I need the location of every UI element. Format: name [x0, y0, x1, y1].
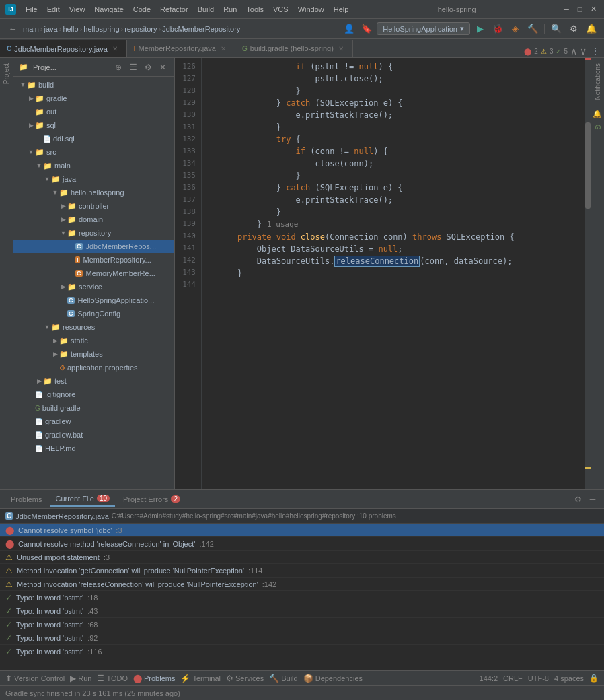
settings-button[interactable]: ⚙: [566, 22, 581, 36]
breadcrumb-repository[interactable]: repository: [124, 25, 157, 33]
user-icon[interactable]: 👤: [342, 22, 356, 36]
tree-item-gradle[interactable]: ▶ 📁 gradle: [13, 92, 174, 105]
problem-item-3[interactable]: ⚠ Method invocation 'getConnection' will…: [0, 564, 604, 578]
tree-item-gradlew[interactable]: 📄 gradlew: [13, 415, 174, 428]
code-content[interactable]: if (pstmt != null) { pstmt.close(); } } …: [213, 58, 585, 489]
tree-item-controller[interactable]: ▶ 📁 controller: [13, 199, 174, 213]
tree-item-member-repo[interactable]: I MemberRepository...: [13, 253, 174, 267]
menu-vcs[interactable]: VCS: [269, 4, 293, 15]
window-controls[interactable]: ─ □ ✕: [561, 4, 599, 15]
maximize-button[interactable]: □: [574, 4, 585, 15]
problems-minimize-button[interactable]: ─: [587, 493, 599, 505]
tree-item-out[interactable]: 📁 out: [13, 105, 174, 118]
tab-project-errors[interactable]: Project Errors 2: [118, 493, 186, 506]
tree-item-spring-config[interactable]: C SpringConfig: [13, 307, 174, 320]
scrollbar-thumb[interactable]: [585, 123, 591, 209]
menu-edit[interactable]: Edit: [43, 4, 64, 15]
tree-item-build-gradle[interactable]: G build.gradle: [13, 401, 174, 415]
tree-item-gitignore[interactable]: 📄 .gitignore: [13, 388, 174, 401]
breadcrumb-hellospring[interactable]: hellospring: [83, 25, 119, 33]
tree-item-app-properties[interactable]: ⚙ application.properties: [13, 361, 174, 374]
tab-current-file[interactable]: Current File 10: [50, 492, 115, 507]
tree-item-hellospring[interactable]: ▼ 📁 hello.hellospring: [13, 186, 174, 199]
run-panel-button[interactable]: ▶ Run: [70, 674, 91, 683]
minimize-button[interactable]: ─: [561, 4, 572, 15]
todo-button[interactable]: ☰ TODO: [97, 674, 128, 683]
tree-item-jdbc-member-repo[interactable]: C JdbcMemberRepos...: [13, 240, 174, 253]
tree-item-gradlew-bat[interactable]: 📄 gradlew.bat: [13, 428, 174, 442]
tree-item-build[interactable]: ▼ 📁 build: [13, 78, 174, 92]
tree-item-sql[interactable]: ▶ 📁 sql: [13, 118, 174, 132]
problem-item-2[interactable]: ⚠ Unused import statement :3: [0, 551, 604, 564]
services-button[interactable]: ⚙ Services: [226, 674, 264, 683]
notifications-button[interactable]: 🔔: [584, 22, 599, 36]
tree-item-hello-spring-app[interactable]: C HelloSpringApplicatio...: [13, 293, 174, 307]
sidebar-collapse-all[interactable]: ☰: [127, 61, 139, 73]
menu-build[interactable]: Build: [194, 4, 218, 15]
coverage-button[interactable]: ◈: [508, 22, 523, 36]
menu-help[interactable]: Help: [330, 4, 353, 15]
indent-info[interactable]: 4 spaces: [554, 674, 584, 682]
tree-item-domain[interactable]: ▶ 📁 domain: [13, 213, 174, 226]
sidebar-settings[interactable]: ⚙: [142, 61, 154, 73]
tree-item-templates[interactable]: ▶ 📁 templates: [13, 347, 174, 361]
problem-item-8[interactable]: ✓ Typo: In word 'pstmt' :92: [0, 631, 604, 645]
more-tabs-button[interactable]: ⋮: [589, 45, 601, 57]
bookmark-icon[interactable]: 🔖: [359, 22, 374, 36]
tree-item-java[interactable]: ▼ 📁 java: [13, 172, 174, 186]
problems-settings-button[interactable]: ⚙: [572, 493, 584, 505]
tree-item-src[interactable]: ▼ 📁 src: [13, 145, 174, 159]
tab-member-repository[interactable]: I MemberRepository.java ✕: [127, 40, 235, 57]
problem-item-0[interactable]: ⬤ Cannot resolve symbol 'jdbc' :3: [0, 524, 604, 537]
problem-item-9[interactable]: ✓ Typo: In word 'pstmt' :116: [0, 645, 604, 658]
dependencies-button[interactable]: 📦 Dependencies: [303, 674, 363, 683]
problem-item-4[interactable]: ⚠ Method invocation 'releaseConnection' …: [0, 578, 604, 591]
gradle-panel-icon[interactable]: G: [593, 121, 603, 132]
notifications-label[interactable]: Notifications: [593, 61, 603, 102]
tab-close-jdbc[interactable]: ✕: [110, 44, 120, 54]
close-button[interactable]: ✕: [588, 4, 599, 15]
problem-item-7[interactable]: ✓ Typo: In word 'pstmt' :68: [0, 618, 604, 631]
problem-item-1[interactable]: ⬤ Cannot resolve method 'releaseConnecti…: [0, 537, 604, 551]
tree-item-main[interactable]: ▼ 📁 main: [13, 159, 174, 172]
tree-item-ddl-sql[interactable]: 📄 ddl.sql: [13, 132, 174, 145]
menu-tools[interactable]: Tools: [242, 4, 268, 15]
build-panel-button[interactable]: 🔨 Build: [269, 674, 297, 683]
tab-jdbc-member-repository[interactable]: C JdbcMemberRepository.java ✕: [0, 40, 127, 57]
vertical-scrollbar[interactable]: [585, 58, 591, 489]
breadcrumb-main[interactable]: main: [23, 25, 39, 33]
tree-item-test[interactable]: ▶ 📁 test: [13, 374, 174, 388]
run-button[interactable]: ▶: [473, 22, 488, 36]
tab-problems[interactable]: Problems: [5, 493, 47, 506]
breadcrumb-java[interactable]: java: [44, 25, 58, 33]
problem-item-6[interactable]: ✓ Typo: In word 'pstmt' :43: [0, 604, 604, 618]
terminal-button[interactable]: ⚡ Terminal: [180, 674, 221, 683]
menu-view[interactable]: View: [65, 4, 89, 15]
sidebar-close[interactable]: ✕: [157, 61, 169, 73]
breadcrumb-hello[interactable]: hello: [63, 25, 78, 33]
menu-refactor[interactable]: Refactor: [156, 4, 192, 15]
build-button[interactable]: 🔨: [525, 22, 540, 36]
tree-item-help-md[interactable]: 📄 HELP.md: [13, 442, 174, 455]
code-editor[interactable]: 126 127 128 129 130 131 132 133 134 135 …: [175, 58, 591, 489]
tree-item-service[interactable]: ▶ 📁 service: [13, 280, 174, 293]
menu-run[interactable]: Run: [219, 4, 241, 15]
cursor-position[interactable]: 144:2: [480, 674, 498, 682]
back-button[interactable]: ←: [5, 22, 20, 36]
notification-item[interactable]: 🔔: [593, 108, 603, 118]
project-panel-label[interactable]: Project: [1, 58, 11, 90]
breadcrumb-class[interactable]: JdbcMemberRepository: [162, 25, 240, 33]
version-control-button[interactable]: ⬆ Version Control: [5, 674, 65, 683]
tree-item-resources[interactable]: ▼ 📁 resources: [13, 320, 174, 334]
menu-navigate[interactable]: Navigate: [90, 4, 127, 15]
menu-file[interactable]: File: [22, 4, 42, 15]
tab-close-member[interactable]: ✕: [219, 44, 228, 53]
problems-button[interactable]: ⬤ Problems: [133, 674, 175, 683]
line-ending[interactable]: CRLF: [503, 674, 523, 682]
charset[interactable]: UTF-8: [528, 674, 549, 682]
menu-bar[interactable]: File Edit View Navigate Code Refactor Bu…: [22, 4, 352, 15]
breakpoint-gutter[interactable]: [202, 58, 213, 489]
sidebar-expand-all[interactable]: ⊕: [112, 61, 124, 73]
menu-window[interactable]: Window: [294, 4, 328, 15]
tree-item-repository[interactable]: ▼ 📁 repository: [13, 226, 174, 240]
